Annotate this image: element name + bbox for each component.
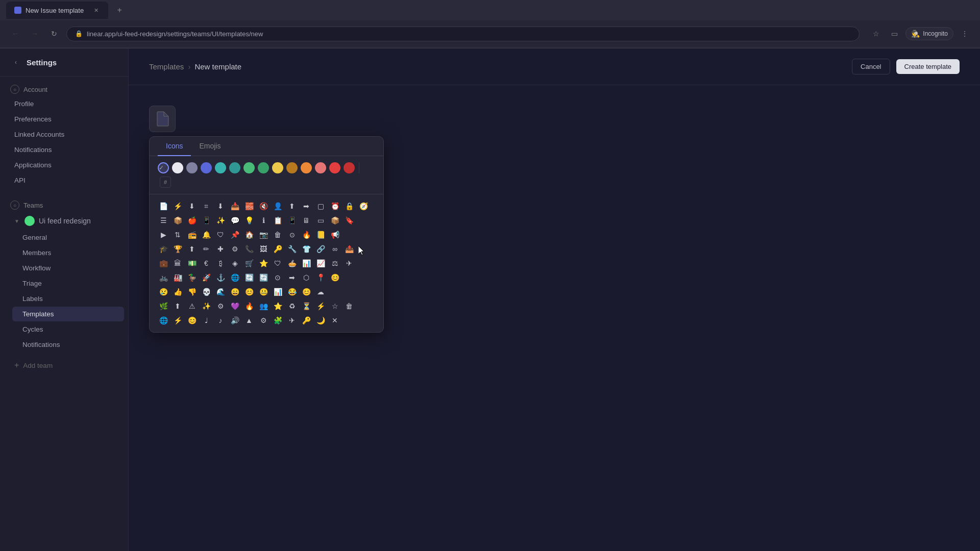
icon-megaphone[interactable]: 📢: [328, 228, 341, 241]
icon-empty4[interactable]: [342, 228, 356, 241]
icon-info[interactable]: ℹ: [257, 214, 270, 227]
icon-empty17[interactable]: [371, 285, 383, 298]
address-bar[interactable]: 🔒 linear.app/ui-feed-redesign/settings/t…: [66, 27, 860, 41]
icon-thumbdown[interactable]: 👎: [185, 285, 199, 298]
icon-empty18[interactable]: [357, 299, 370, 313]
icon-speaker[interactable]: 🔊: [228, 314, 241, 327]
icon-send[interactable]: 📤: [342, 242, 356, 256]
icon-apple[interactable]: 🍎: [185, 214, 199, 227]
icon-key2[interactable]: 🔑: [300, 314, 313, 327]
icon-happy[interactable]: 😄: [228, 285, 241, 298]
swatch-red[interactable]: [329, 162, 340, 173]
more-button[interactable]: ⋮: [958, 27, 972, 41]
icon-graph[interactable]: 📊: [271, 285, 284, 298]
icon-plus[interactable]: ✚: [214, 242, 227, 256]
icon-empty21[interactable]: [357, 314, 370, 327]
icon-cube[interactable]: 📦: [328, 214, 341, 227]
icon-hash[interactable]: ⌗: [200, 199, 213, 213]
reload-button[interactable]: ↻: [47, 27, 61, 41]
icon-download[interactable]: ⬇: [185, 199, 199, 213]
icon-box[interactable]: 📦: [171, 214, 184, 227]
icon-settings3[interactable]: ⚙: [257, 314, 270, 327]
icon-upload2[interactable]: ⬆: [185, 242, 199, 256]
icon-arrow-r2[interactable]: ➡: [285, 271, 299, 284]
icon-star[interactable]: ⭐: [257, 257, 270, 270]
icon-empty20[interactable]: [342, 314, 356, 327]
icon-shirt[interactable]: 👕: [300, 242, 313, 256]
icon-flame[interactable]: 🔥: [242, 299, 256, 313]
icon-thumbtack[interactable]: 📌: [228, 228, 241, 241]
icon-sparkle2[interactable]: ✨: [200, 299, 213, 313]
icon-sparkle[interactable]: ✨: [214, 214, 227, 227]
icon-bulb[interactable]: 💡: [242, 214, 256, 227]
icon-lock[interactable]: 🔒: [342, 199, 356, 213]
icon-compass[interactable]: 🧭: [357, 199, 370, 213]
icon-bookmark[interactable]: 🔖: [342, 214, 356, 227]
tab-icons[interactable]: Icons: [158, 137, 191, 156]
icon-bitcoin[interactable]: ₿: [214, 257, 227, 270]
sidebar-item-preferences[interactable]: Preferences: [4, 112, 124, 127]
icon-empty22[interactable]: [371, 314, 383, 327]
icon-zip[interactable]: 🤐: [257, 285, 270, 298]
icon-puzzle[interactable]: 🧩: [271, 314, 284, 327]
swatch-default[interactable]: ✓: [158, 162, 169, 173]
icon-globe[interactable]: 🌐: [228, 271, 241, 284]
sidebar-item-linked-accounts[interactable]: Linked Accounts: [4, 127, 124, 142]
icon-empty15[interactable]: [342, 285, 356, 298]
icon-star3[interactable]: ☆: [328, 299, 341, 313]
icon-clock[interactable]: ⏰: [328, 199, 341, 213]
icon-user[interactable]: 👤: [271, 199, 284, 213]
icon-star2[interactable]: ⭐: [271, 299, 284, 313]
swatch-orange[interactable]: [301, 162, 312, 173]
icon-factory[interactable]: 🏭: [171, 271, 184, 284]
icon-chart[interactable]: 📈: [314, 257, 327, 270]
icon-wink[interactable]: 😊: [300, 285, 313, 298]
icon-uparrow[interactable]: ⬆: [171, 299, 184, 313]
icon-phone2[interactable]: 📞: [242, 242, 256, 256]
team-header[interactable]: ▼ Ui feed redesign: [4, 212, 124, 230]
icon-phone[interactable]: 📱: [285, 214, 299, 227]
sidebar-item-profile[interactable]: Profile: [4, 96, 124, 111]
icon-moon[interactable]: 🌙: [314, 314, 327, 327]
sidebar-item-cycles[interactable]: Cycles: [12, 322, 124, 337]
icon-briefcase[interactable]: 💼: [157, 257, 170, 270]
swatch-green-light[interactable]: [243, 162, 255, 173]
icon-hex[interactable]: ⬡: [300, 271, 313, 284]
icon-cart[interactable]: 🛒: [242, 257, 256, 270]
swatch-hash[interactable]: #: [160, 177, 171, 188]
icon-hourglass[interactable]: ⏳: [300, 299, 313, 313]
icon-euro[interactable]: €: [200, 257, 213, 270]
icon-delete[interactable]: 🗑: [342, 299, 356, 313]
icon-shield2[interactable]: 🛡: [271, 257, 284, 270]
sidebar-back-button[interactable]: ‹: [10, 57, 21, 68]
icon-home[interactable]: 🏠: [242, 228, 256, 241]
icon-plane[interactable]: ✈: [342, 257, 356, 270]
tab-close-btn[interactable]: ✕: [92, 6, 100, 14]
swatch-white[interactable]: [172, 162, 183, 173]
swatch-blue-medium[interactable]: [201, 162, 212, 173]
icon-laugh[interactable]: 😂: [285, 285, 299, 298]
icon-arrow-down[interactable]: ⬇: [214, 199, 227, 213]
template-icon-button[interactable]: [149, 106, 176, 132]
icon-music-note[interactable]: ♩: [200, 314, 213, 327]
icon-bolt2[interactable]: ⚡: [171, 314, 184, 327]
icon-plane2[interactable]: ✈: [285, 314, 299, 327]
icon-upload[interactable]: ⬆: [285, 199, 299, 213]
icon-globe2[interactable]: 🌐: [157, 314, 170, 327]
icon-pie[interactable]: 🥧: [285, 257, 299, 270]
icon-clipboard[interactable]: 📋: [271, 214, 284, 227]
icon-mute[interactable]: 🔇: [257, 199, 270, 213]
icon-empty8[interactable]: [371, 242, 383, 256]
create-template-button[interactable]: Create template: [896, 59, 960, 74]
icon-key[interactable]: 🔑: [271, 242, 284, 256]
icon-happy2[interactable]: 😊: [242, 285, 256, 298]
sidebar-item-members[interactable]: Members: [12, 245, 124, 260]
icon-file[interactable]: 📄: [157, 199, 170, 213]
icon-trash[interactable]: 🗑: [271, 228, 284, 241]
sidebar-item-api[interactable]: API: [4, 173, 124, 188]
icon-radio[interactable]: 📻: [185, 228, 199, 241]
swatch-yellow[interactable]: [272, 162, 283, 173]
icon-monitor[interactable]: 🖥: [300, 214, 313, 227]
icon-empty2[interactable]: [357, 214, 370, 227]
swatch-teal-dark[interactable]: [229, 162, 240, 173]
